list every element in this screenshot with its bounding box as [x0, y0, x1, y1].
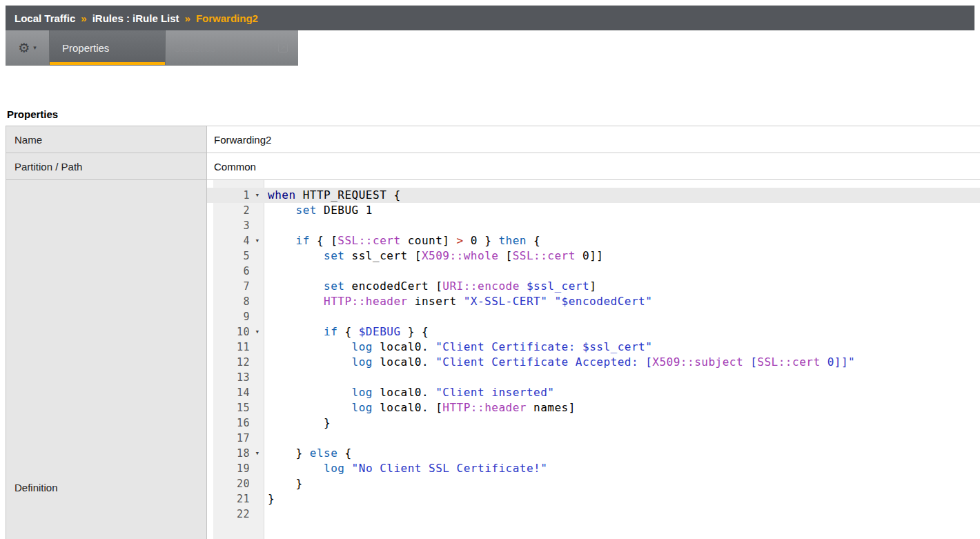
line-number: 14 [213, 385, 251, 400]
properties-table: Name Forwarding2 Partition / Path Common… [6, 126, 980, 539]
code-text: if { [SSL::cert count] > 0 } then { [264, 233, 980, 248]
breadcrumb-separator-icon: » [81, 12, 86, 24]
gear-menu-button[interactable]: ⚙ ▾ [6, 30, 50, 65]
breadcrumb: Local Traffic » iRules : iRule List » Fo… [6, 6, 974, 30]
tab-properties[interactable]: Properties [50, 30, 166, 65]
code-line[interactable]: 2 set DEBUG 1 [207, 203, 980, 218]
fold-gutter [251, 400, 264, 415]
code-text [264, 218, 980, 233]
code-line[interactable]: 3 [207, 218, 980, 233]
code-editor[interactable]: 1▾when HTTP_REQUEST {2 set DEBUG 134▾ if… [207, 180, 980, 539]
line-number: 22 [213, 507, 251, 522]
name-label: Name [6, 126, 207, 153]
fold-gutter [251, 370, 264, 385]
line-number: 16 [213, 415, 251, 431]
fold-arrow-icon[interactable]: ▾ [251, 324, 264, 340]
code-text: log "No Client SSL Certificate!" [264, 461, 980, 476]
code-line[interactable]: 22 [207, 507, 980, 522]
line-number: 21 [213, 491, 251, 507]
partition-path-label: Partition / Path [6, 153, 207, 179]
property-row-definition: Definition 1▾when HTTP_REQUEST {2 set DE… [6, 179, 980, 539]
code-text [264, 431, 980, 446]
breadcrumb-separator-icon: » [185, 12, 190, 24]
code-text: } [264, 415, 980, 431]
external-link-icon: ↗ [278, 43, 288, 52]
definition-label: Definition [6, 179, 207, 539]
fold-gutter [251, 248, 264, 264]
line-number: 11 [213, 340, 251, 355]
breadcrumb-irule-list[interactable]: iRules : iRule List [92, 12, 179, 24]
page: Local Traffic » iRules : iRule List » Fo… [0, 0, 980, 539]
fold-gutter [251, 340, 264, 355]
code-text: log local0. "Client Certificate Accepted… [264, 355, 980, 370]
code-line[interactable]: 12 log local0. "Client Certificate Accep… [207, 355, 980, 370]
code-line[interactable]: 9 [207, 309, 980, 324]
breadcrumb-local-traffic[interactable]: Local Traffic [14, 12, 75, 24]
code-line[interactable]: 19 log "No Client SSL Certificate!" [207, 461, 980, 476]
line-number: 18 [213, 446, 251, 461]
code-line[interactable]: 16 } [207, 415, 980, 431]
line-number: 8 [213, 294, 251, 309]
code-text: log local0. [HTTP::header names] [264, 400, 980, 415]
code-text: } else { [264, 446, 980, 461]
line-number: 2 [213, 203, 251, 218]
fold-arrow-icon[interactable]: ▾ [251, 446, 264, 461]
code-text [264, 264, 980, 279]
code-line[interactable]: 20 } [207, 476, 980, 491]
code-text: set ssl_cert [X509::whole [SSL::cert 0]] [264, 248, 980, 264]
fold-gutter [251, 203, 264, 218]
fold-gutter [251, 294, 264, 309]
code-editor-lines: 1▾when HTTP_REQUEST {2 set DEBUG 134▾ if… [207, 188, 980, 522]
fold-gutter [251, 309, 264, 324]
tab-statistics[interactable]: Statistics ↗ [166, 30, 298, 65]
code-line[interactable]: 4▾ if { [SSL::cert count] > 0 } then { [207, 233, 980, 248]
name-value: Forwarding2 [207, 126, 980, 153]
chevron-down-icon: ▾ [33, 44, 37, 51]
code-line[interactable]: 13 [207, 370, 980, 385]
line-number: 15 [213, 400, 251, 415]
line-number: 3 [213, 218, 251, 233]
fold-gutter [251, 491, 264, 507]
line-number: 9 [213, 309, 251, 324]
code-text: set encodedCert [URI::encode $ssl_cert] [264, 279, 980, 294]
line-number: 13 [213, 370, 251, 385]
line-number: 19 [213, 461, 251, 476]
code-line[interactable]: 10▾ if { $DEBUG } { [207, 324, 980, 340]
partition-path-value: Common [207, 153, 980, 179]
property-row-name: Name Forwarding2 [6, 126, 980, 153]
code-line[interactable]: 21} [207, 491, 980, 507]
code-line[interactable]: 6 [207, 264, 980, 279]
code-line[interactable]: 5 set ssl_cert [X509::whole [SSL::cert 0… [207, 248, 980, 264]
fold-gutter [251, 385, 264, 400]
code-line[interactable]: 1▾when HTTP_REQUEST { [207, 188, 980, 203]
tab-statistics-label: Statistics [174, 42, 215, 54]
code-text: log local0. "Client inserted" [264, 385, 980, 400]
fold-gutter [251, 264, 264, 279]
code-line[interactable]: 11 log local0. "Client Certificate: $ssl… [207, 340, 980, 355]
code-text: } [264, 476, 980, 491]
code-line[interactable]: 7 set encodedCert [URI::encode $ssl_cert… [207, 279, 980, 294]
code-text: log local0. "Client Certificate: $ssl_ce… [264, 340, 980, 355]
code-text: set DEBUG 1 [264, 203, 980, 218]
code-line[interactable]: 18▾ } else { [207, 446, 980, 461]
gear-icon: ⚙ [18, 41, 30, 55]
line-number: 6 [213, 264, 251, 279]
fold-arrow-icon[interactable]: ▾ [251, 233, 264, 248]
fold-gutter [251, 355, 264, 370]
code-line[interactable]: 14 log local0. "Client inserted" [207, 385, 980, 400]
line-number: 1 [213, 188, 251, 203]
code-text: HTTP::header insert "X-SSL-CERT" "$encod… [264, 294, 980, 309]
code-line[interactable]: 15 log local0. [HTTP::header names] [207, 400, 980, 415]
code-line[interactable]: 8 HTTP::header insert "X-SSL-CERT" "$enc… [207, 294, 980, 309]
code-text: } [264, 491, 980, 507]
line-number: 12 [213, 355, 251, 370]
fold-gutter [251, 461, 264, 476]
code-line[interactable]: 17 [207, 431, 980, 446]
code-text [264, 309, 980, 324]
code-text: if { $DEBUG } { [264, 324, 980, 340]
fold-gutter [251, 507, 264, 522]
fold-arrow-icon[interactable]: ▾ [251, 188, 264, 203]
code-text: when HTTP_REQUEST { [264, 188, 980, 203]
line-number: 10 [213, 324, 251, 340]
breadcrumb-current-page: Forwarding2 [196, 12, 258, 24]
